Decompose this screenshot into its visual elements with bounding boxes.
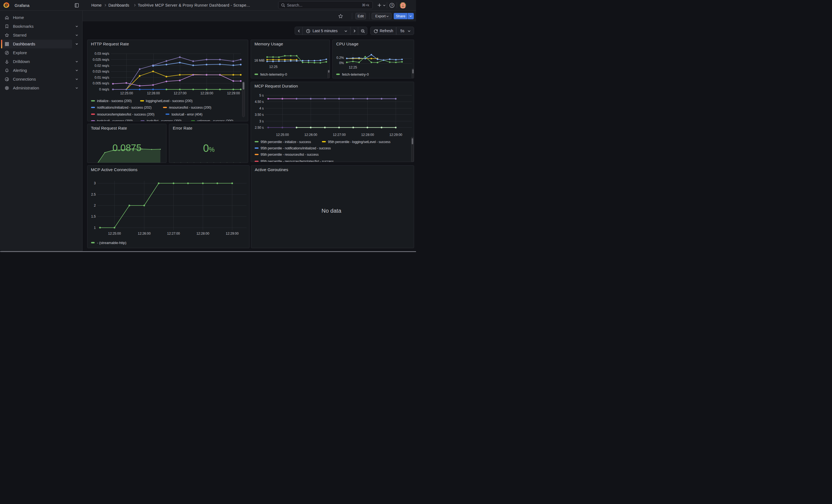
svg-text:4 s: 4 s [259,106,264,110]
svg-text:12:25: 12:25 [349,65,357,69]
svg-text:fetch-telemetry-0: fetch-telemetry-0 [342,72,369,77]
svg-text:12:26:00: 12:26:00 [304,133,317,137]
svg-text:3.50 s: 3.50 s [255,112,264,116]
svg-text:3 s: 3 s [259,119,264,123]
svg-text:resources/list - success (200): resources/list - success (200) [168,106,211,109]
svg-text:0.005 req/s: 0.005 req/s [93,81,109,85]
svg-text:12:26:00: 12:26:00 [147,91,160,95]
svg-text:95th percentile - notification: 95th percentile - notifications/initiali… [261,146,331,150]
svg-text:4.50 s: 4.50 s [255,100,264,103]
svg-text:12:29:00: 12:29:00 [226,232,238,236]
svg-text:95th percentile - resources/te: 95th percentile - resources/templates/li… [261,160,334,162]
svg-text:12:26:00: 12:26:00 [137,232,151,236]
svg-text:1.5: 1.5 [91,215,96,219]
svg-text:2: 2 [94,204,96,207]
svg-text:12:28:00: 12:28:00 [200,91,213,95]
svg-text:0%: 0% [203,142,215,154]
svg-text:1: 1 [94,226,96,230]
svg-text:unknown - success (200): unknown - success (200) [197,119,233,121]
svg-text:95th percentile - initialize -: 95th percentile - initialize - success [261,140,311,143]
svg-text:0.01 req/s: 0.01 req/s [94,75,109,79]
svg-text:- (streamable-http): - (streamable-http) [97,241,126,245]
svg-text:12:27:00: 12:27:00 [167,232,180,236]
svg-text:12:27:00: 12:27:00 [174,91,186,95]
svg-text:tools/call - success (200): tools/call - success (200) [97,119,133,121]
svg-text:12:25: 12:25 [269,65,278,69]
svg-text:12:25:00: 12:25:00 [276,133,289,137]
svg-text:95th percentile - resources/li: 95th percentile - resources/list - succe… [261,153,319,157]
svg-text:0 req/s: 0 req/s [99,87,109,91]
svg-text:16 MiB: 16 MiB [254,59,264,62]
svg-text:0%: 0% [339,61,344,65]
svg-text:12:29:00: 12:29:00 [389,133,402,137]
svg-text:tools/list - success (200): tools/list - success (200) [147,119,182,121]
svg-text:logging/setLevel - success (20: logging/setLevel - success (200) [146,99,192,103]
svg-text:2.50 s: 2.50 s [255,126,264,129]
svg-text:0.2%: 0.2% [337,56,344,60]
svg-text:?: ? [391,4,393,7]
svg-text:12:28:00: 12:28:00 [196,232,209,236]
svg-text:2.5: 2.5 [91,192,96,196]
svg-text:12:28:00: 12:28:00 [361,133,374,137]
svg-text:resources/templates/list - suc: resources/templates/list - success (200) [97,112,154,116]
svg-text:3: 3 [94,182,96,185]
svg-text:0.025 req/s: 0.025 req/s [93,57,109,61]
svg-text:0.02 req/s: 0.02 req/s [94,63,109,68]
svg-text:95th percentile - logging/setL: 95th percentile - logging/setLevel - suc… [328,140,390,143]
svg-text:0.03 req/s: 0.03 req/s [94,52,109,56]
svg-text:fetch-telemetry-0: fetch-telemetry-0 [260,72,287,77]
svg-text:initialize - success (200): initialize - success (200) [97,99,131,103]
svg-text:12:29:00: 12:29:00 [227,91,240,95]
svg-text:12:25:00: 12:25:00 [120,91,133,95]
svg-text:5 s: 5 s [259,93,264,97]
svg-text:notifications/initialized - su: notifications/initialized - success (202… [97,106,151,109]
svg-text:0.015 req/s: 0.015 req/s [93,69,109,73]
svg-text:12:27:00: 12:27:00 [333,133,346,137]
svg-text:0.0875: 0.0875 [112,142,141,153]
svg-text:12:25:00: 12:25:00 [108,232,121,236]
svg-text:tools/call - error (404): tools/call - error (404) [172,112,202,116]
